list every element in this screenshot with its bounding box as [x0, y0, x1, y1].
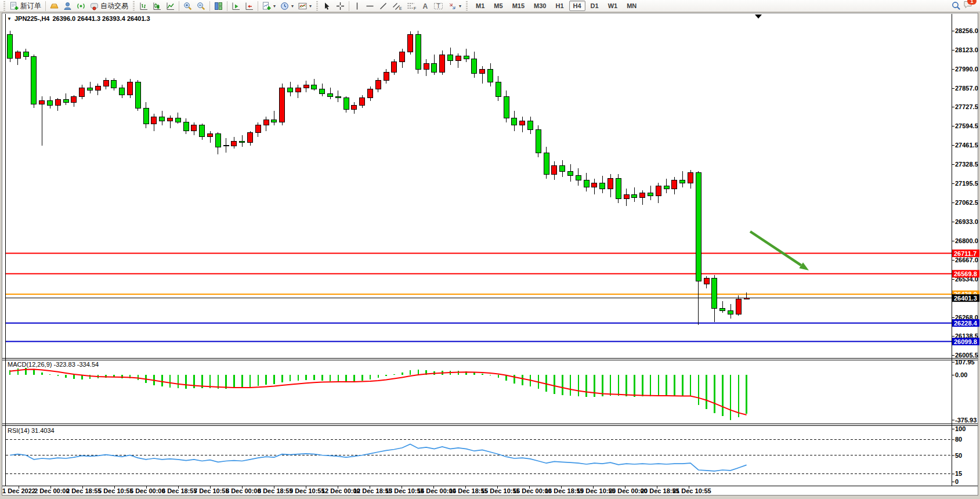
- price-badge-label: 26711.7: [954, 250, 977, 257]
- candle-bearish: [343, 98, 349, 110]
- timeframe-button-m30[interactable]: M30: [530, 1, 550, 11]
- candle-bullish: [128, 82, 133, 95]
- candle-bullish: [424, 63, 429, 69]
- time-tick-label: 8 Dec 18:55: [258, 487, 293, 494]
- svg-text:E: E: [399, 6, 402, 10]
- price-tick-label: 27857.0: [955, 85, 978, 92]
- candle-bullish: [95, 86, 100, 90]
- candle-bullish: [295, 88, 301, 92]
- crosshair-icon: [336, 2, 345, 10]
- zoom-in-button[interactable]: [181, 1, 194, 12]
- auto-scroll-icon: [232, 2, 240, 10]
- price-badge-label: 26569.8: [954, 270, 977, 277]
- time-tick-label: 6 Dec 00:00: [130, 487, 165, 494]
- chart-symbol-period: JPN225-,H4: [15, 15, 50, 22]
- channel-icon: E: [392, 2, 402, 10]
- candle-bullish: [552, 165, 557, 174]
- dropdown-caret: ▾: [309, 3, 312, 9]
- metaeditor-button[interactable]: [61, 1, 74, 12]
- one-click-trading-toggle[interactable]: ▼: [7, 16, 12, 21]
- horizontal-line-button[interactable]: [363, 1, 377, 12]
- dropdown-caret: ▾: [459, 3, 461, 9]
- price-badge-label: 26401.3: [954, 295, 977, 302]
- candle-bullish: [455, 56, 461, 60]
- price-tick-label: 27328.5: [955, 161, 978, 168]
- line-chart-button[interactable]: [164, 1, 177, 12]
- cursor-button[interactable]: [320, 1, 334, 12]
- auto-scroll-button[interactable]: [229, 1, 243, 12]
- timeframe-button-d1[interactable]: D1: [587, 1, 603, 11]
- new-chart-button[interactable]: ▾: [260, 1, 278, 12]
- chart-canvas[interactable]: 28256.028123.027990.027857.027727.527594…: [0, 0, 980, 499]
- toolbar-grip[interactable]: [133, 1, 135, 10]
- arrows-button[interactable]: ▾: [446, 1, 464, 12]
- templates-button[interactable]: ▾: [296, 1, 314, 12]
- price-tick-label: 27727.5: [955, 103, 978, 110]
- price-tick-label: 26005.5: [955, 352, 978, 359]
- candle-bullish: [375, 81, 381, 89]
- search-button[interactable]: [949, 1, 963, 12]
- crosshair-button[interactable]: [334, 1, 347, 12]
- signals-button[interactable]: [74, 1, 88, 12]
- candle-bearish: [568, 171, 573, 175]
- candle-bullish: [400, 52, 405, 62]
- new-order-button[interactable]: 新订单: [8, 1, 44, 12]
- zoom-out-button[interactable]: [194, 1, 208, 12]
- candle-bearish: [488, 69, 493, 82]
- toolbar-grip[interactable]: [3, 1, 5, 10]
- candle-bearish: [464, 56, 469, 59]
- timeframe-button-m1[interactable]: M1: [472, 1, 489, 11]
- candle-bearish: [240, 141, 245, 142]
- price-tick-label: 27461.5: [955, 142, 978, 149]
- candle-bearish: [23, 52, 28, 57]
- time-tick-label: 7 Dec 10:55: [194, 487, 229, 494]
- timeframe-button-h4[interactable]: H4: [569, 1, 585, 11]
- timeframe-button-w1[interactable]: W1: [604, 1, 622, 11]
- timeframe-button-h1[interactable]: H1: [551, 1, 567, 11]
- candle-bullish: [248, 132, 253, 142]
- candle-bullish: [640, 193, 645, 197]
- toolbar-grip[interactable]: [316, 1, 318, 10]
- fibonacci-button[interactable]: F: [404, 1, 419, 12]
- candle-bearish: [504, 96, 509, 118]
- time-tick-label: 2 Dec 00:00: [34, 487, 70, 494]
- candle-bearish: [680, 180, 685, 183]
- text-button[interactable]: A: [419, 1, 431, 12]
- candle-bearish: [712, 278, 717, 308]
- candle-bullish: [672, 180, 677, 189]
- tile-windows-icon: [214, 2, 223, 10]
- time-tick-label: 8 Dec 00:00: [226, 487, 261, 494]
- candle-bearish: [272, 120, 277, 122]
- market-button[interactable]: [48, 1, 61, 12]
- svg-text:F: F: [414, 6, 416, 10]
- timeframe-button-mn[interactable]: MN: [623, 1, 641, 11]
- toolbar-grip[interactable]: [466, 1, 468, 10]
- timeframe-button-m15[interactable]: M15: [508, 1, 529, 11]
- candle-bullish: [520, 121, 525, 125]
- timeframe-button-m5[interactable]: M5: [490, 1, 507, 11]
- chart-shift-button[interactable]: [243, 1, 256, 12]
- candle-bullish: [191, 125, 197, 131]
- price-tick-label: 28123.0: [955, 46, 978, 53]
- candle-bearish: [200, 125, 205, 137]
- candle-bullish: [39, 101, 45, 104]
- text-label-button[interactable]: T: [431, 1, 446, 12]
- candle-bearish: [536, 129, 541, 153]
- autotrading-button[interactable]: 自动交易: [88, 1, 131, 12]
- candle-bullish: [303, 85, 309, 88]
- candle-bearish: [8, 34, 13, 58]
- periodicity-button[interactable]: ▾: [278, 1, 296, 12]
- metaeditor-person-icon: [63, 2, 72, 10]
- tile-windows-button[interactable]: [212, 1, 225, 12]
- equidistant-channel-button[interactable]: E: [390, 1, 404, 12]
- vertical-line-button[interactable]: [351, 1, 363, 12]
- trendline-button[interactable]: [377, 1, 390, 12]
- candle-bearish: [215, 134, 220, 147]
- toolbar-separator: [179, 1, 179, 11]
- candlestick-chart-button[interactable]: [150, 1, 164, 12]
- text-a-icon: A: [421, 2, 429, 10]
- candle-bearish: [728, 310, 733, 314]
- time-tick-label: 2 Dec 18:55: [66, 487, 102, 494]
- bar-chart-button[interactable]: [137, 1, 150, 12]
- notifications-button[interactable]: 1: [963, 0, 973, 12]
